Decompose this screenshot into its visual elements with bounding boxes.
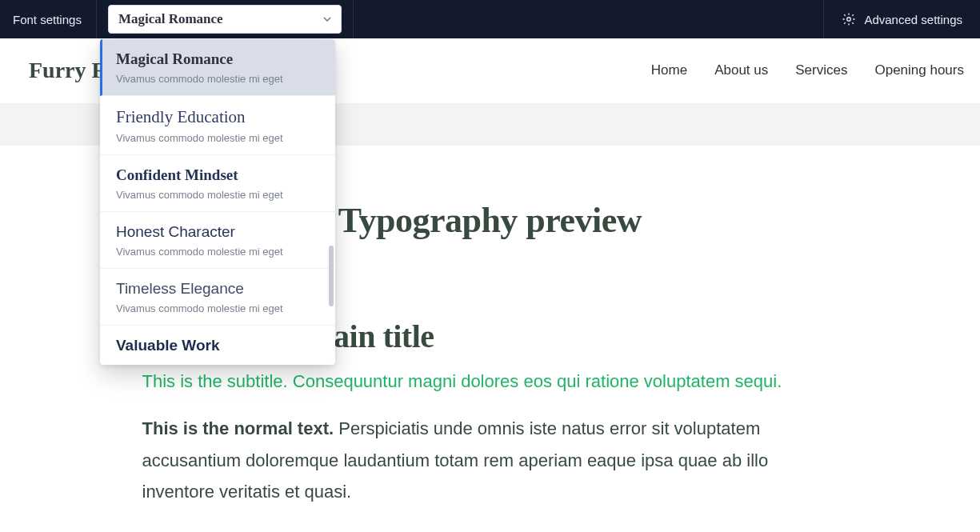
font-option-sample: Vivamus commodo molestie mi eget xyxy=(116,189,319,201)
dropdown-scrollbar xyxy=(327,46,334,358)
font-option-magical-romance[interactable]: Magical Romance Vivamus commodo molestie… xyxy=(100,39,335,96)
font-option-honest-character[interactable]: Honest Character Vivamus commodo molesti… xyxy=(100,212,335,269)
nav-home[interactable]: Home xyxy=(651,62,687,78)
font-option-sample: Vivamus commodo molestie mi eget xyxy=(116,246,319,258)
font-option-title: Valuable Work xyxy=(116,337,319,354)
subtitle: This is the subtitle. Consequuntur magni… xyxy=(142,371,838,392)
font-option-title: Friendly Education xyxy=(116,107,319,127)
gear-icon xyxy=(842,12,856,26)
font-option-title: Honest Character xyxy=(116,223,319,241)
font-dropdown: Magical Romance Vivamus commodo molestie… xyxy=(100,39,335,365)
font-option-sample: Vivamus commodo molestie mi eget xyxy=(116,73,319,85)
nav-hours[interactable]: Opening hours xyxy=(874,62,964,78)
font-option-title: Confident Mindset xyxy=(116,166,319,184)
topbar: Font settings Magical Romance Advanced s… xyxy=(0,0,980,38)
font-option-confident-mindset[interactable]: Confident Mindset Vivamus commodo molest… xyxy=(100,155,335,212)
topbar-divider xyxy=(353,0,354,38)
main-nav: Home About us Services Opening hours xyxy=(651,62,964,78)
body-bold: This is the normal text. xyxy=(142,418,334,438)
font-option-sample: Vivamus commodo molestie mi eget xyxy=(116,132,319,144)
font-option-title: Timeless Elegance xyxy=(116,280,319,298)
svg-point-0 xyxy=(847,18,851,22)
font-settings-label: Font settings xyxy=(0,0,97,38)
advanced-settings-label: Advanced settings xyxy=(864,13,962,26)
caret-down-icon xyxy=(323,11,331,27)
font-option-sample: Vivamus commodo molestie mi eget xyxy=(116,302,319,314)
font-dropdown-list[interactable]: Magical Romance Vivamus commodo molestie… xyxy=(100,39,335,365)
font-option-valuable-work[interactable]: Valuable Work xyxy=(100,326,335,365)
font-option-friendly-education[interactable]: Friendly Education Vivamus commodo moles… xyxy=(100,96,335,155)
main-title: e main title xyxy=(286,318,838,355)
nav-about[interactable]: About us xyxy=(714,62,768,78)
font-settings-text: Font settings xyxy=(13,13,82,26)
advanced-settings-button[interactable]: Advanced settings xyxy=(823,0,980,38)
font-option-title: Magical Romance xyxy=(116,50,319,68)
font-select[interactable]: Magical Romance xyxy=(108,5,342,34)
nav-services[interactable]: Services xyxy=(795,62,847,78)
body-text: This is the normal text. Perspiciatis un… xyxy=(142,413,838,508)
preview-heading: Typography preview xyxy=(338,200,642,241)
font-option-timeless-elegance[interactable]: Timeless Elegance Vivamus commodo molest… xyxy=(100,269,335,326)
font-select-value: Magical Romance xyxy=(118,11,223,27)
dropdown-scroll-thumb[interactable] xyxy=(329,246,334,306)
font-select-wrap: Magical Romance xyxy=(108,5,342,34)
